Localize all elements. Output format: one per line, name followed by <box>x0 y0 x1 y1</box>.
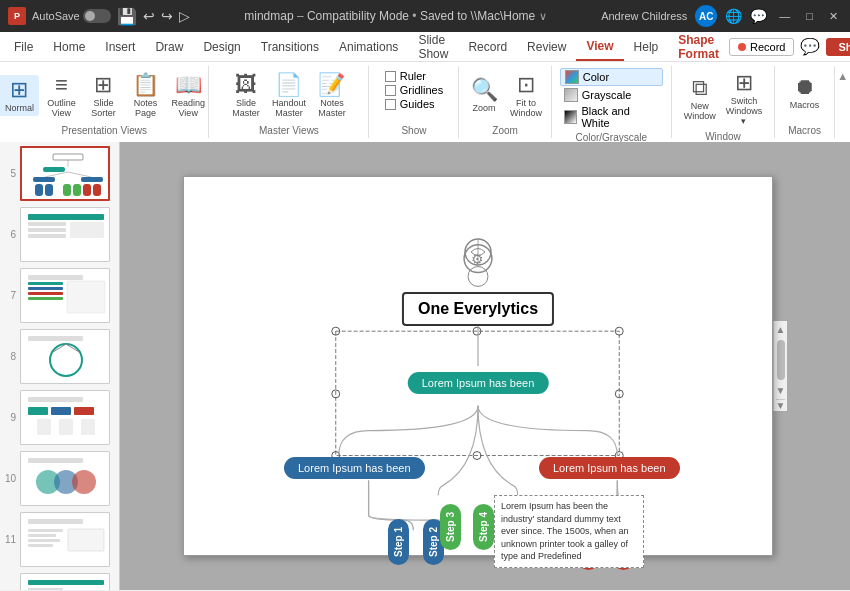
save-icon[interactable]: 💾 <box>117 7 137 26</box>
gridlines-checkbox[interactable]: Gridlines <box>385 84 443 96</box>
reading-view-button[interactable]: 📖 ReadingView <box>167 70 209 121</box>
slide-thumb-12[interactable]: 12 <box>4 573 115 590</box>
slide-preview-5[interactable] <box>20 146 110 201</box>
macros-label: Macros <box>790 101 820 111</box>
slide-preview-6[interactable] <box>20 207 110 262</box>
share-button[interactable]: Share <box>826 38 850 56</box>
slide-panel: 5 <box>0 142 120 590</box>
slide-thumb-6[interactable]: 6 <box>4 207 115 262</box>
slide-canvas[interactable]: ⚙ <box>183 176 773 556</box>
slide-preview-9[interactable] <box>20 390 110 445</box>
redo-icon[interactable]: ↪ <box>161 8 173 24</box>
slide-thumb-11[interactable]: 11 <box>4 512 115 567</box>
svg-rect-33 <box>59 419 73 435</box>
tab-home[interactable]: Home <box>43 32 95 61</box>
color-option[interactable]: Color <box>560 68 663 86</box>
right-scrollbar[interactable]: ▲ ▼ ▼ <box>773 321 787 411</box>
autosave-toggle[interactable] <box>83 9 111 23</box>
new-window-label: NewWindow <box>684 102 716 122</box>
tab-design[interactable]: Design <box>193 32 250 61</box>
svg-rect-40 <box>28 529 63 532</box>
close-button[interactable]: ✕ <box>825 10 842 23</box>
notes-master-button[interactable]: 📝 NotesMaster <box>312 70 352 121</box>
slide-preview-7[interactable] <box>20 268 110 323</box>
tab-record[interactable]: Record <box>458 32 517 61</box>
outline-view-button[interactable]: ≡ OutlineView <box>41 70 81 121</box>
slide-preview-10[interactable] <box>20 451 110 506</box>
slide-num-11: 11 <box>4 534 16 545</box>
tab-draw[interactable]: Draw <box>145 32 193 61</box>
tab-help[interactable]: Help <box>624 32 669 61</box>
tab-animations[interactable]: Animations <box>329 32 408 61</box>
comment-icon[interactable]: 💬 <box>800 37 820 56</box>
fit-to-window-button[interactable]: ⊡ Fit toWindow <box>506 70 546 121</box>
globe-icon[interactable]: 🌐 <box>725 8 742 24</box>
svg-rect-7 <box>35 184 43 196</box>
slide-preview-12[interactable] <box>20 573 110 590</box>
slide-thumb-5[interactable]: 5 <box>4 146 115 201</box>
sorter-icon: ⊞ <box>94 72 112 98</box>
scroll-bottom-arrow[interactable]: ▼ <box>776 399 786 411</box>
slide-master-button[interactable]: 🖼 SlideMaster <box>226 70 266 121</box>
record-button[interactable]: Record <box>729 38 794 56</box>
ribbon-collapse[interactable]: ▲ <box>835 66 850 138</box>
maximize-button[interactable]: □ <box>802 10 817 22</box>
switch-icon: ⊞ <box>735 70 753 96</box>
slide-sorter-button[interactable]: ⊞ SlideSorter <box>83 70 123 121</box>
slide-thumb-8[interactable]: 8 <box>4 329 115 384</box>
black-white-option[interactable]: Black and White <box>560 104 663 130</box>
new-window-button[interactable]: ⧉ NewWindow <box>680 73 720 124</box>
present-icon[interactable]: ▷ <box>179 8 190 24</box>
svg-rect-20 <box>28 287 63 290</box>
right-node[interactable]: Lorem Ipsum has been <box>539 457 680 479</box>
svg-rect-29 <box>28 407 48 415</box>
grayscale-option[interactable]: Grayscale <box>560 87 663 103</box>
slide-preview-11[interactable] <box>20 512 110 567</box>
slide-thumb-7[interactable]: 7 <box>4 268 115 323</box>
svg-rect-41 <box>28 534 56 537</box>
minimize-button[interactable]: — <box>775 10 794 22</box>
tab-file[interactable]: File <box>4 32 43 61</box>
user-avatar[interactable]: AC <box>695 5 717 27</box>
slide-num-8: 8 <box>4 351 16 362</box>
slide8-svg <box>23 332 109 383</box>
step3-tag[interactable]: Step 3 <box>436 492 464 562</box>
switch-windows-button[interactable]: ⊞ SwitchWindows ▾ <box>722 68 767 129</box>
step4-tag[interactable]: Step 4 <box>469 492 497 562</box>
tab-shape-format[interactable]: Shape Format <box>668 32 729 61</box>
description-text-box[interactable]: Lorem Ipsum has been the industry' stand… <box>494 495 644 568</box>
tab-insert[interactable]: Insert <box>95 32 145 61</box>
master-views-group: 🖼 SlideMaster 📄 HandoutMaster 📝 NotesMas… <box>209 66 369 138</box>
notes-page-label: NotesPage <box>134 99 158 119</box>
svg-rect-21 <box>28 292 63 295</box>
normal-view-button[interactable]: ⊞ Normal <box>0 75 39 116</box>
right-node-label: Lorem Ipsum has been <box>539 457 680 479</box>
tab-review[interactable]: Review <box>517 32 576 61</box>
slide-preview-8[interactable] <box>20 329 110 384</box>
title-node[interactable]: One Everylytics <box>402 292 554 326</box>
tab-slideshow[interactable]: Slide Show <box>408 32 458 61</box>
presentation-view-items: ⊞ Normal ≡ OutlineView ⊞ SlideSorter 📋 N… <box>0 68 209 123</box>
dropdown-arrow[interactable]: ∨ <box>539 10 547 22</box>
undo-icon[interactable]: ↩ <box>143 8 155 24</box>
guides-checkbox[interactable]: Guides <box>385 98 443 110</box>
ribbon-content: ⊞ Normal ≡ OutlineView ⊞ SlideSorter 📋 N… <box>0 62 850 142</box>
workspace: 5 <box>0 142 850 590</box>
tab-transitions[interactable]: Transitions <box>251 32 329 61</box>
left-node[interactable]: Lorem Ipsum has been <box>284 457 425 479</box>
notes-page-button[interactable]: 📋 NotesPage <box>125 70 165 121</box>
step1-tag[interactable]: Step 1 <box>384 507 412 577</box>
slide-thumb-10[interactable]: 10 <box>4 451 115 506</box>
macros-button[interactable]: ⏺ Macros <box>785 72 825 113</box>
chat-icon[interactable]: 💬 <box>750 8 767 24</box>
switch-label: SwitchWindows ▾ <box>726 97 763 127</box>
scroll-up-arrow[interactable]: ▲ <box>773 321 789 338</box>
handout-master-button[interactable]: 📄 HandoutMaster <box>268 70 310 121</box>
ruler-checkbox[interactable]: Ruler <box>385 70 443 82</box>
top-center-node[interactable]: Lorem Ipsum has been <box>408 372 549 394</box>
scroll-thumb[interactable] <box>777 340 785 380</box>
slide-thumb-9[interactable]: 9 <box>4 390 115 445</box>
tab-view[interactable]: View <box>576 32 623 61</box>
zoom-button[interactable]: 🔍 Zoom <box>464 75 504 116</box>
scroll-down-arrow[interactable]: ▼ <box>773 382 789 399</box>
